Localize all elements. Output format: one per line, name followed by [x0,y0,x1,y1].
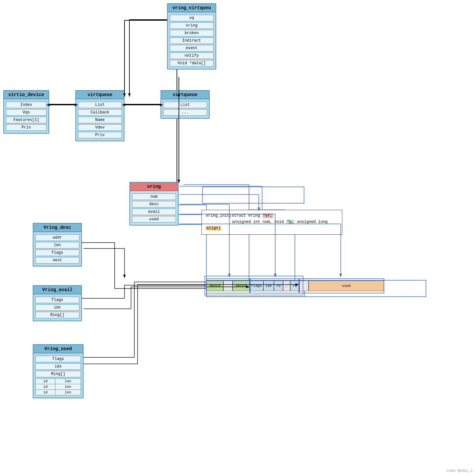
field-vdev: Vdev [78,124,122,131]
field-used: used [132,216,176,223]
vring-avail-fields: flags idx Ring[] [33,294,81,321]
mem-flags: flags [250,281,263,291]
vring-desc-fields: addr len flags next [33,232,81,266]
field-num: num [132,193,176,200]
virtqueue-left-title: virtqueue [76,91,124,99]
vring-avail-struct: Vring_avail flags idx Ring[] [33,285,82,321]
field-desc: desc [132,201,176,208]
ring-id-3: id [36,390,55,395]
ring-len-1: len [55,379,81,384]
field-broken: broken [170,30,214,36]
field-len-desc: len [35,242,79,248]
field-idx-avail: idx [35,304,79,311]
ring-id-1: id [36,379,55,384]
field-index: Index [6,102,47,108]
ring-id-2: id [36,384,55,390]
svg-rect-37 [202,187,304,203]
watermark: CSDN @Eddy_i [447,469,473,473]
vring-virtqueue-struct: vring_virtqueu vq vring broken Indirect … [167,3,216,69]
func-param-p: *p, [286,220,295,224]
func-params: unsigned int num, void [206,220,286,224]
field-avail: avail [132,208,176,215]
mem-idx: idx [263,281,274,291]
svg-marker-55 [123,275,126,278]
field-priv-vd: Priv [6,124,47,131]
mem-descN: descN [233,281,250,291]
mem-desc0: desc0 [206,281,223,291]
ring-nested-table: idlen idlen idlen [35,378,81,395]
field-ring-avail: Ring[] [35,312,79,318]
field-flags-desc: flags [35,249,79,256]
svg-marker-12 [128,93,131,97]
func-align-label: unsigned long [295,220,328,224]
field-indirect: Indirect [170,37,214,44]
ring-len-3: len [55,390,81,395]
vring-virtqueue-title: vring_virtqueu [168,4,216,12]
field-next: next [35,257,79,264]
virtio-device-struct: virtio_device Index Vqs Features[1] Priv [3,90,49,134]
field-notify: notify [170,52,214,59]
ring-len-2: len [55,384,81,390]
vring-title: vring [130,183,178,191]
func-param-vr: *vr, [262,213,273,218]
field-ring-used-label: Ring[] [35,371,81,377]
vring-struct: vring num desc avail used [129,182,179,226]
field-name: Name [78,117,122,123]
func-name: vring_init(struct vring [206,213,262,218]
func-sig-box: vring_init(struct vring *vr, unsigned in… [201,210,342,235]
memory-bar: desc0 ... descN flags idx r0 .. rN used [206,281,384,291]
vring-virtqueue-fields: vq vring broken Indirect event notify Vo… [168,12,216,69]
vring-used-title: Vring_used [33,345,83,353]
field-idx-used: idx [35,363,81,370]
field-features: Features[1] [6,117,47,123]
svg-marker-50 [339,274,342,277]
virtio-device-title: virtio_device [4,91,48,99]
virtio-device-fields: Index Vqs Features[1] Priv [4,99,48,133]
virtqueue-right-struct: virtqueue List ... [161,90,210,119]
virtqueue-left-fields: List Callback Name Vdev Priv [76,99,124,141]
mem-pad [299,281,309,291]
field-priv-vq: Priv [78,132,122,138]
svg-marker-44 [228,274,231,277]
field-vq: vq [170,15,214,21]
mem-r0: r0 [274,281,283,291]
vring-used-struct: Vring_used flags idx Ring[] idlen idlen … [33,344,84,398]
mem-rN: rN [290,281,299,291]
mem-dots1: ... [223,281,233,291]
field-callback: Callback [78,109,122,116]
field-addr: addr [35,234,79,241]
vring-desc-title: Vring_desc [33,224,81,232]
func-param-align: align) [206,226,221,230]
vring-avail-title: Vring_avail [33,286,81,294]
field-void-data: Void *data[] [170,60,214,67]
field-vqs: Vqs [6,109,47,116]
field-list-right: List [163,102,207,108]
field-flags-used: flags [35,356,81,362]
field-flags-avail: flags [35,297,79,303]
virtqueue-right-fields: List ... [161,99,209,118]
vring-desc-struct: Vring_desc addr len flags next [33,223,82,267]
field-list-left: List [78,102,122,108]
svg-marker-47 [274,274,276,277]
diagram-container: vring_virtqueu vq vring broken Indirect … [0,0,476,476]
field-event: event [170,45,214,51]
virtqueue-right-title: virtqueue [161,91,209,99]
mem-dots2: .. [283,281,290,291]
vring-used-fields: flags idx Ring[] idlen idlen idlen [33,353,83,398]
mem-used: used [309,281,384,291]
field-dots-right: ... [163,109,207,116]
virtqueue-left-struct: virtqueue List Callback Name Vdev Priv [75,90,124,141]
field-vring: vring [170,22,214,29]
vring-fields: num desc avail used [130,191,178,225]
